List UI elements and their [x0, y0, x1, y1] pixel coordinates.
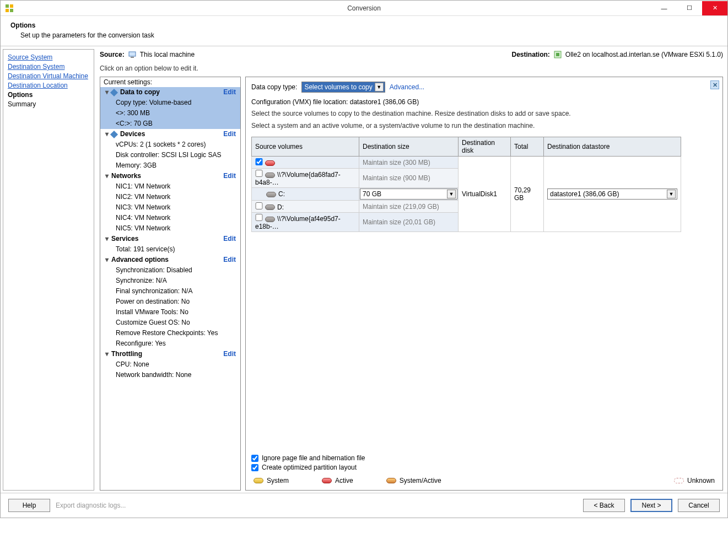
- legend-active-icon: [322, 478, 332, 483]
- disk-icon: [266, 192, 276, 197]
- destination-value: Olle2 on localhost.ad.interlan.se (VMwar…: [565, 51, 723, 58]
- nav-source-system[interactable]: Source System: [8, 53, 89, 62]
- chevron-down-icon[interactable]: ▼: [375, 83, 384, 91]
- edit-link[interactable]: Edit: [223, 234, 238, 244]
- setting-row: NIC5: VM Network: [100, 223, 240, 234]
- edit-link[interactable]: Edit: [223, 130, 238, 139]
- setting-row: Power on destination: No: [100, 297, 240, 307]
- help-text: Select a system and an active volume, or…: [251, 121, 717, 130]
- page-title: Options: [10, 21, 718, 29]
- col-total[interactable]: Total: [511, 137, 544, 157]
- chevron-down-icon[interactable]: ▼: [667, 190, 676, 198]
- nav-options: Options: [8, 90, 89, 100]
- section-devices[interactable]: ▾ Devices Edit: [100, 129, 240, 139]
- edit-link[interactable]: Edit: [223, 255, 238, 265]
- collapse-icon[interactable]: ▾: [104, 171, 110, 181]
- edit-link[interactable]: Edit: [223, 88, 238, 97]
- titlebar: Conversion — ☐ ✕: [1, 1, 727, 16]
- setting-row: Synchronize: N/A: [100, 276, 240, 286]
- setting-row: Memory: 3GB: [100, 160, 240, 171]
- host-icon: [553, 50, 562, 59]
- col-source-volumes[interactable]: Source volumes: [252, 137, 359, 157]
- panel-close-button[interactable]: ✕: [710, 80, 719, 89]
- nav-destination-system[interactable]: Destination System: [8, 62, 89, 72]
- ignore-pagefile-checkbox[interactable]: [251, 455, 258, 462]
- destination-disk-cell: VirtualDisk1: [459, 157, 511, 232]
- volume-checkbox[interactable]: [255, 202, 263, 209]
- section-advanced[interactable]: ▾ Advanced options Edit: [100, 255, 240, 265]
- close-button[interactable]: ✕: [702, 1, 727, 15]
- maximize-button[interactable]: ☐: [677, 1, 702, 15]
- dest-size-input[interactable]: 70 GB ▼: [360, 189, 457, 200]
- nav-summary: Summary: [8, 100, 89, 109]
- export-diag-link[interactable]: Export diagnostic logs...: [56, 502, 126, 509]
- legend-unknown-icon: [674, 478, 684, 483]
- table-row[interactable]: Maintain size (300 MB) VirtualDisk1 70,2…: [252, 157, 681, 169]
- volume-checkbox[interactable]: [255, 214, 263, 221]
- page-subtitle: Set up the parameters for the conversion…: [20, 31, 718, 39]
- section-services[interactable]: ▾ Services Edit: [100, 234, 240, 244]
- col-destination-size[interactable]: Destination size: [359, 137, 459, 157]
- datastore-dropdown[interactable]: datastore1 (386,06 GB) ▼: [547, 189, 677, 200]
- setting-row: Synchronization: Disabled: [100, 265, 240, 276]
- svg-rect-2: [6, 9, 9, 12]
- setting-row: Network bandwidth: None: [100, 370, 240, 380]
- optimized-layout-checkbox[interactable]: [251, 464, 258, 471]
- edit-link[interactable]: Edit: [223, 349, 238, 359]
- section-throttling[interactable]: ▾ Throttling Edit: [100, 349, 240, 359]
- help-text: Select the source volumes to copy to the…: [251, 109, 717, 118]
- advanced-link[interactable]: Advanced...: [390, 83, 424, 91]
- setting-row: CPU: None: [100, 359, 240, 370]
- diamond-icon: [110, 130, 118, 138]
- svg-rect-7: [556, 53, 559, 56]
- chevron-down-icon[interactable]: ▼: [447, 190, 456, 198]
- edit-instruction: Click on an option below to edit it.: [100, 64, 723, 72]
- section-data-to-copy[interactable]: ▾ Data to copy Edit: [100, 87, 240, 98]
- settings-panel: Current settings: ▾ Data to copy Edit Co…: [100, 77, 241, 491]
- cancel-button[interactable]: Cancel: [678, 499, 720, 512]
- source-value: This local machine: [140, 51, 195, 58]
- collapse-icon[interactable]: ▾: [104, 88, 110, 97]
- collapse-icon[interactable]: ▾: [104, 234, 110, 244]
- wizard-nav: Source System Destination System Destina…: [3, 49, 94, 491]
- disk-icon: [265, 217, 275, 222]
- col-destination-datastore[interactable]: Destination datastore: [544, 137, 681, 157]
- help-button[interactable]: Help: [8, 499, 50, 512]
- setting-row: Disk controller: SCSI LSI Logic SAS: [100, 150, 240, 160]
- back-button[interactable]: < Back: [583, 499, 625, 512]
- svg-rect-3: [10, 9, 13, 12]
- collapse-icon[interactable]: ▾: [104, 130, 110, 139]
- footer: Help Export diagnostic logs... < Back Ne…: [1, 493, 727, 518]
- setting-row: Final synchronization: N/A: [100, 286, 240, 297]
- setting-row: NIC1: VM Network: [100, 181, 240, 192]
- setting-row: Install VMware Tools: No: [100, 307, 240, 317]
- data-copy-type-dropdown[interactable]: Select volumes to copy ▼: [301, 82, 385, 93]
- volumes-table: Source volumes Destination size Destinat…: [251, 137, 681, 232]
- collapse-icon[interactable]: ▾: [104, 349, 110, 359]
- destination-label: Destination:: [512, 51, 550, 58]
- setting-row: <>: 300 MB: [100, 108, 240, 119]
- disk-icon: [265, 204, 275, 210]
- setting-row: NIC4: VM Network: [100, 213, 240, 223]
- edit-link[interactable]: Edit: [223, 171, 238, 181]
- volume-checkbox[interactable]: [255, 170, 263, 177]
- disk-icon: [265, 160, 275, 166]
- section-networks[interactable]: ▾ Networks Edit: [100, 171, 240, 181]
- legend-system-icon: [254, 478, 263, 483]
- collapse-icon[interactable]: ▾: [104, 255, 110, 265]
- nav-destination-vm[interactable]: Destination Virtual Machine: [8, 72, 89, 81]
- setting-row: Total: 191 service(s): [100, 244, 240, 255]
- col-destination-disk[interactable]: Destination disk: [459, 137, 511, 157]
- header-pane: Options Set up the parameters for the co…: [1, 16, 727, 46]
- data-copy-type-label: Data copy type:: [251, 83, 297, 91]
- setting-row: NIC3: VM Network: [100, 202, 240, 213]
- source-label: Source:: [100, 51, 125, 58]
- minimize-button[interactable]: —: [651, 1, 677, 15]
- nav-destination-location[interactable]: Destination Location: [8, 81, 89, 90]
- setting-row: Copy type: Volume-based: [100, 98, 240, 108]
- volume-checkbox[interactable]: [255, 158, 263, 165]
- next-button[interactable]: Next >: [630, 499, 672, 512]
- app-icon: [5, 4, 14, 13]
- legend: System Active System/Active Unknown: [251, 476, 717, 486]
- setting-row: vCPUs: 2 (1 sockets * 2 cores): [100, 139, 240, 150]
